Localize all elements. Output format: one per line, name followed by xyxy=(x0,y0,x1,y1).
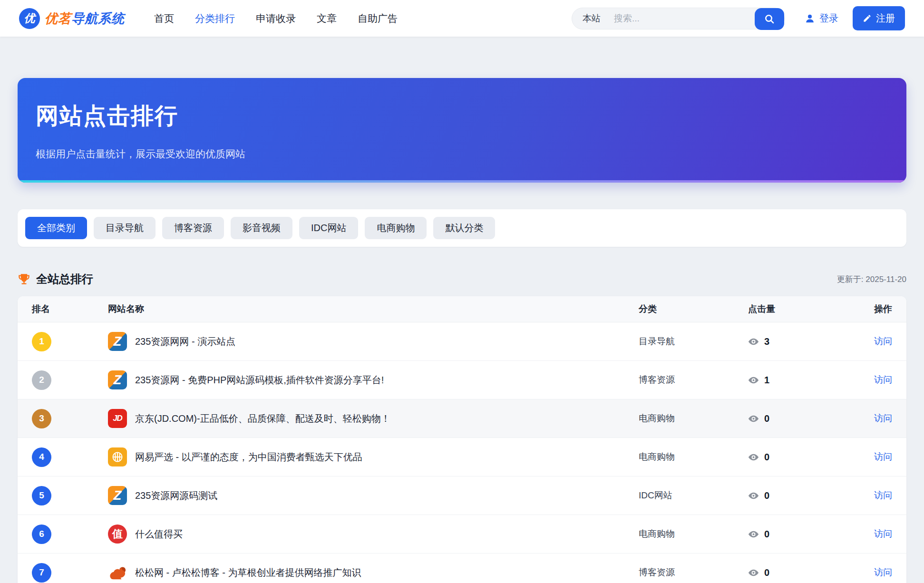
rank-badge: 3 xyxy=(32,409,51,428)
click-count: 1 xyxy=(764,375,769,386)
brand-title: 优茗导航系统 xyxy=(45,10,125,27)
site-title-link[interactable]: 235资源网网 - 演示站点 xyxy=(135,335,235,348)
rank-badge: 2 xyxy=(32,370,51,390)
table-row: 3JD京东(JD.COM)-正品低价、品质保障、配送及时、轻松购物！电商购物0访… xyxy=(18,399,906,438)
ranking-rows: 1Z235资源网网 - 演示站点目录导航3访问2Z235资源网 - 免费PHP网… xyxy=(18,322,906,583)
pencil-icon xyxy=(863,14,872,23)
rank-badge: 1 xyxy=(32,332,51,351)
category-chip[interactable]: 博客资源 xyxy=(162,217,224,239)
search-scope-select[interactable]: 本站 xyxy=(583,12,601,25)
z235-favicon: Z xyxy=(108,486,127,505)
zhidemai-favicon: 值 xyxy=(108,525,127,544)
click-count: 0 xyxy=(764,413,769,424)
site-category: 目录导航 xyxy=(639,335,748,348)
visit-link[interactable]: 访问 xyxy=(829,489,892,502)
category-chip[interactable]: IDC网站 xyxy=(299,217,358,239)
site-category: 电商购物 xyxy=(639,528,748,540)
main-nav: 首页分类排行申请收录文章自助广告 xyxy=(154,12,398,25)
click-count: 3 xyxy=(764,336,769,347)
ranking-section-header: 全站总排行 更新于: 2025-11-20 xyxy=(18,272,906,287)
rank-badge: 6 xyxy=(32,525,51,544)
rank-badge: 5 xyxy=(32,486,51,505)
table-row: 7松松网 - 卢松松博客 - 为草根创业者提供网络推广知识博客资源0访问 xyxy=(18,554,906,583)
site-title-link[interactable]: 235资源网源码测试 xyxy=(135,489,217,502)
eye-icon xyxy=(748,567,759,578)
site-category: 博客资源 xyxy=(639,566,748,579)
site-title-link[interactable]: 什么值得买 xyxy=(135,528,183,541)
category-filter: 全部类别目录导航博客资源影音视频IDC网站电商购物默认分类 xyxy=(18,209,906,247)
eye-icon xyxy=(748,375,759,386)
site-category: IDC网站 xyxy=(639,489,748,502)
site-title-link[interactable]: 网易严选 - 以严谨的态度，为中国消费者甄选天下优品 xyxy=(135,451,362,464)
trophy-icon xyxy=(18,273,30,286)
visit-link[interactable]: 访问 xyxy=(829,528,892,540)
click-count: 0 xyxy=(764,567,769,578)
category-chip[interactable]: 影音视频 xyxy=(231,217,292,239)
category-chip[interactable]: 电商购物 xyxy=(365,217,427,239)
nav-item[interactable]: 首页 xyxy=(154,12,174,25)
songsong-favicon xyxy=(108,563,127,582)
page-subtitle: 根据用户点击量统计，展示最受欢迎的优质网站 xyxy=(36,147,888,161)
ranking-table: 排名网站名称分类点击量操作 1Z235资源网网 - 演示站点目录导航3访问2Z2… xyxy=(18,296,906,583)
visit-link[interactable]: 访问 xyxy=(829,451,892,463)
site-title-link[interactable]: 京东(JD.COM)-正品低价、品质保障、配送及时、轻松购物！ xyxy=(135,412,390,425)
visit-link[interactable]: 访问 xyxy=(829,412,892,425)
eye-icon xyxy=(748,413,759,424)
hero-banner: 网站点击排行 根据用户点击量统计，展示最受欢迎的优质网站 xyxy=(18,78,906,183)
category-chip[interactable]: 默认分类 xyxy=(433,217,495,239)
site-title-link[interactable]: 235资源网 - 免费PHP网站源码模板,插件软件资源分享平台! xyxy=(135,374,384,387)
search-icon xyxy=(764,13,775,25)
category-chip[interactable]: 目录导航 xyxy=(94,217,156,239)
logo-icon: 优 xyxy=(19,8,40,29)
table-row: 5Z235资源网源码测试IDC网站0访问 xyxy=(18,476,906,515)
site-category: 电商购物 xyxy=(639,412,748,425)
z235-favicon: Z xyxy=(108,332,127,351)
site-category: 博客资源 xyxy=(639,374,748,386)
table-header-row: 排名网站名称分类点击量操作 xyxy=(18,296,906,322)
column-header: 点击量 xyxy=(748,303,829,315)
nav-item[interactable]: 自助广告 xyxy=(358,12,398,25)
site-category: 电商购物 xyxy=(639,451,748,463)
click-count: 0 xyxy=(764,529,769,540)
table-row: 2Z235资源网 - 免费PHP网站源码模板,插件软件资源分享平台!博客资源1访… xyxy=(18,361,906,399)
table-row: 4网易严选 - 以严谨的态度，为中国消费者甄选天下优品电商购物0访问 xyxy=(18,438,906,476)
user-icon xyxy=(805,13,815,24)
top-header: 优 优茗导航系统 首页分类排行申请收录文章自助广告 本站 登录 注册 xyxy=(0,0,924,37)
nav-item[interactable]: 申请收录 xyxy=(256,12,296,25)
z235-favicon: Z xyxy=(108,370,127,389)
click-count: 0 xyxy=(764,452,769,463)
hero-accent-strip xyxy=(18,180,906,183)
eye-icon xyxy=(748,529,759,540)
eye-icon xyxy=(748,490,759,501)
nav-item[interactable]: 文章 xyxy=(317,12,337,25)
click-count: 0 xyxy=(764,490,769,501)
visit-link[interactable]: 访问 xyxy=(829,566,892,579)
site-title-link[interactable]: 松松网 - 卢松松博客 - 为草根创业者提供网络推广知识 xyxy=(135,566,361,579)
search-input[interactable] xyxy=(614,13,723,24)
eye-icon xyxy=(748,336,759,347)
visit-link[interactable]: 访问 xyxy=(829,374,892,386)
column-header: 操作 xyxy=(829,303,892,315)
search-bar: 本站 xyxy=(572,8,785,29)
login-link[interactable]: 登录 xyxy=(805,12,838,25)
section-title: 全站总排行 xyxy=(36,272,93,287)
site-logo[interactable]: 优 优茗导航系统 xyxy=(19,8,125,29)
rank-badge: 7 xyxy=(32,563,51,583)
table-row: 1Z235资源网网 - 演示站点目录导航3访问 xyxy=(18,322,906,361)
updated-date: 更新于: 2025-11-20 xyxy=(837,274,906,285)
table-row: 6值什么值得买电商购物0访问 xyxy=(18,515,906,554)
register-button[interactable]: 注册 xyxy=(853,6,905,30)
visit-link[interactable]: 访问 xyxy=(829,335,892,348)
yanxuan-favicon xyxy=(108,447,127,466)
rank-badge: 4 xyxy=(32,447,51,467)
eye-icon xyxy=(748,452,759,463)
search-button[interactable] xyxy=(755,8,784,30)
column-header: 分类 xyxy=(639,303,748,315)
column-header: 排名 xyxy=(32,303,108,315)
page-title: 网站点击排行 xyxy=(36,101,888,131)
jd-favicon: JD xyxy=(108,409,127,428)
nav-item[interactable]: 分类排行 xyxy=(195,12,235,25)
category-chip[interactable]: 全部类别 xyxy=(25,217,87,239)
column-header: 网站名称 xyxy=(108,303,639,315)
